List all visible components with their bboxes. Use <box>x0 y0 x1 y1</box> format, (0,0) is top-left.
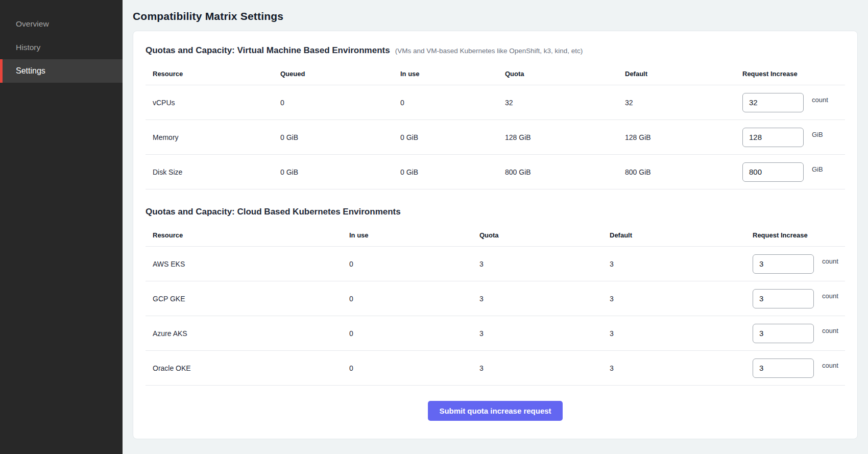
resource-name: GCP GKE <box>146 295 342 303</box>
sidebar-item-label: History <box>16 43 40 52</box>
in-use-value: 0 <box>342 295 472 303</box>
sidebar-item-overview[interactable]: Overview <box>0 12 123 36</box>
in-use-value: 0 <box>393 99 498 107</box>
queued-value: 0 GiB <box>273 133 393 141</box>
default-value: 32 <box>618 99 735 107</box>
main-content: Compatibility Matrix Settings Quotas and… <box>123 0 868 454</box>
azure-aks-request-input[interactable] <box>753 324 814 343</box>
disk-size-request-input[interactable] <box>742 162 804 182</box>
column-header-resource: Resource <box>146 70 273 78</box>
submit-quota-increase-button[interactable]: Submit quota increase request <box>428 401 562 421</box>
page-title: Compatibility Matrix Settings <box>133 10 858 22</box>
column-header-request-increase: Request Increase <box>745 231 845 239</box>
table-row-azure-aks: Azure AKS 0 3 3 count <box>146 316 845 351</box>
in-use-value: 0 GiB <box>393 133 498 141</box>
quota-value: 3 <box>472 295 602 303</box>
cloud-quota-table: Resource In use Quota Default Request In… <box>146 224 845 386</box>
quota-value: 3 <box>472 329 602 338</box>
vm-section-header: Quotas and Capacity: Virtual Machine Bas… <box>146 45 845 56</box>
table-row-disk-size: Disk Size 0 GiB 0 GiB 800 GiB 800 GiB Gi… <box>146 155 845 189</box>
default-value: 3 <box>602 364 745 372</box>
in-use-value: 0 GiB <box>393 168 498 176</box>
quota-value: 32 <box>498 99 618 107</box>
column-header-queued: Queued <box>273 70 393 78</box>
vm-section-subtitle: (VMs and VM-based Kubernetes like OpenSh… <box>395 47 583 55</box>
request-increase-cell: count <box>745 289 845 308</box>
default-value: 3 <box>602 295 745 303</box>
quota-value: 3 <box>472 260 602 268</box>
column-header-in-use: In use <box>393 70 498 78</box>
quota-value: 128 GiB <box>498 133 618 141</box>
vcpus-request-input[interactable] <box>742 93 804 112</box>
column-header-quota: Quota <box>498 70 618 78</box>
table-row-oracle-oke: Oracle OKE 0 3 3 count <box>146 351 845 386</box>
gcp-gke-request-input[interactable] <box>753 289 814 308</box>
unit-label: GiB <box>812 165 823 173</box>
vm-section-title: Quotas and Capacity: Virtual Machine Bas… <box>146 45 390 56</box>
default-value: 128 GiB <box>618 133 735 141</box>
unit-label: count <box>822 362 838 369</box>
sidebar-item-label: Overview <box>16 19 49 29</box>
sidebar-item-settings[interactable]: Settings <box>0 59 123 83</box>
resource-name: Disk Size <box>146 168 273 176</box>
request-increase-cell: GiB <box>735 162 845 182</box>
default-value: 800 GiB <box>618 168 735 176</box>
memory-request-input[interactable] <box>742 128 804 147</box>
table-row-gcp-gke: GCP GKE 0 3 3 count <box>146 281 845 316</box>
resource-name: AWS EKS <box>146 260 342 268</box>
vm-table-header-row: Resource Queued In use Quota Default Req… <box>146 63 845 85</box>
in-use-value: 0 <box>342 329 472 338</box>
quota-value: 800 GiB <box>498 168 618 176</box>
aws-eks-request-input[interactable] <box>753 254 814 274</box>
column-header-request-increase: Request Increase <box>735 70 845 78</box>
sidebar-item-history[interactable]: History <box>0 36 123 59</box>
oracle-oke-request-input[interactable] <box>753 359 814 378</box>
resource-name: Memory <box>146 133 273 141</box>
request-increase-cell: GiB <box>735 128 845 147</box>
table-row-aws-eks: AWS EKS 0 3 3 count <box>146 247 845 281</box>
unit-label: count <box>822 292 838 300</box>
unit-label: count <box>812 96 828 104</box>
table-row-vcpus: vCPUs 0 0 32 32 count <box>146 85 845 120</box>
column-header-in-use: In use <box>342 231 472 239</box>
default-value: 3 <box>602 329 745 338</box>
request-increase-cell: count <box>745 359 845 378</box>
request-increase-cell: count <box>745 324 845 343</box>
unit-label: count <box>822 327 838 334</box>
submit-row: Submit quota increase request <box>146 401 845 421</box>
cloud-section-title: Quotas and Capacity: Cloud Based Kuberne… <box>146 207 401 217</box>
default-value: 3 <box>602 260 745 268</box>
quotas-card: Quotas and Capacity: Virtual Machine Bas… <box>133 31 858 439</box>
quota-value: 3 <box>472 364 602 372</box>
resource-name: vCPUs <box>146 99 273 107</box>
column-header-default: Default <box>618 70 735 78</box>
table-row-memory: Memory 0 GiB 0 GiB 128 GiB 128 GiB GiB <box>146 120 845 155</box>
queued-value: 0 GiB <box>273 168 393 176</box>
resource-name: Azure AKS <box>146 329 342 338</box>
request-increase-cell: count <box>745 254 845 274</box>
queued-value: 0 <box>273 99 393 107</box>
in-use-value: 0 <box>342 364 472 372</box>
cloud-table-header-row: Resource In use Quota Default Request In… <box>146 224 845 247</box>
vm-quota-table: Resource Queued In use Quota Default Req… <box>146 63 845 189</box>
resource-name: Oracle OKE <box>146 364 342 372</box>
column-header-resource: Resource <box>146 231 342 239</box>
sidebar: Overview History Settings <box>0 0 123 454</box>
unit-label: GiB <box>812 131 823 138</box>
column-header-default: Default <box>602 231 745 239</box>
in-use-value: 0 <box>342 260 472 268</box>
cloud-section-header: Quotas and Capacity: Cloud Based Kuberne… <box>146 207 845 217</box>
column-header-quota: Quota <box>472 231 602 239</box>
request-increase-cell: count <box>735 93 845 112</box>
unit-label: count <box>822 257 838 265</box>
sidebar-item-label: Settings <box>16 66 45 76</box>
